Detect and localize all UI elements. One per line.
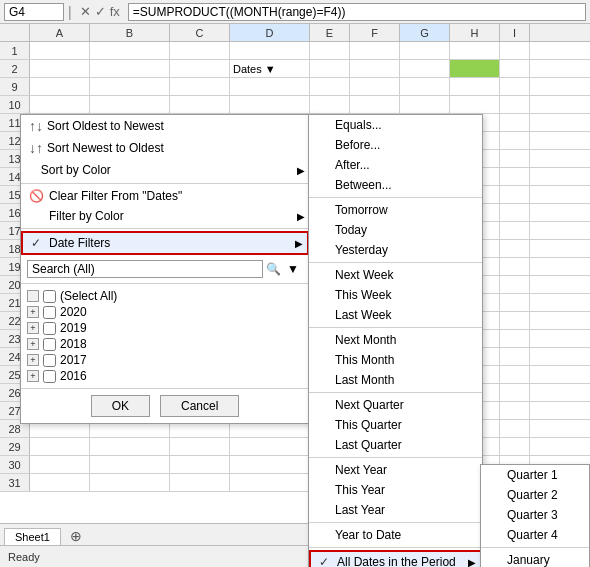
- df-this-week[interactable]: This Week: [309, 285, 482, 305]
- df-this-month[interactable]: This Month: [309, 350, 482, 370]
- df-tomorrow-label: Tomorrow: [335, 203, 388, 217]
- confirm-icon[interactable]: ✓: [95, 4, 106, 19]
- cell-e1[interactable]: [310, 42, 350, 59]
- cancel-button[interactable]: Cancel: [160, 395, 239, 417]
- cell-d2[interactable]: Dates ▼: [230, 60, 310, 77]
- period-january[interactable]: January: [481, 550, 589, 567]
- df-this-year[interactable]: This Year: [309, 480, 482, 500]
- expand-2016-icon[interactable]: +: [27, 370, 39, 382]
- cell-e2[interactable]: [310, 60, 350, 77]
- cell-a2[interactable]: [30, 60, 90, 77]
- period-q4[interactable]: Quarter 4: [481, 525, 589, 545]
- period-q2[interactable]: Quarter 2: [481, 485, 589, 505]
- checkbox-2016-check[interactable]: [43, 370, 56, 383]
- formula-input[interactable]: =SUMPRODUCT((MONTH(range)=F4)): [128, 3, 586, 21]
- checkbox-2020[interactable]: + 2020: [27, 304, 303, 320]
- checkbox-2016[interactable]: + 2016: [27, 368, 303, 384]
- expand-2018-icon[interactable]: +: [27, 338, 39, 350]
- df-last-week-check: [317, 308, 331, 322]
- df-next-year[interactable]: Next Year: [309, 460, 482, 480]
- sheet1-tab[interactable]: Sheet1: [4, 528, 61, 545]
- cell-g2[interactable]: [400, 60, 450, 77]
- df-this-quarter-label: This Quarter: [335, 418, 402, 432]
- cell-b9[interactable]: [90, 78, 170, 95]
- df-next-quarter[interactable]: Next Quarter: [309, 395, 482, 415]
- expand-2020-icon[interactable]: +: [27, 306, 39, 318]
- df-today-check: [317, 223, 331, 237]
- cell-i2[interactable]: [500, 60, 530, 77]
- date-filters-label: Date Filters: [49, 236, 110, 250]
- df-this-quarter[interactable]: This Quarter: [309, 415, 482, 435]
- row-num-header: [0, 24, 30, 41]
- period-q3[interactable]: Quarter 3: [481, 505, 589, 525]
- cell-c9[interactable]: [170, 78, 230, 95]
- df-last-quarter[interactable]: Last Quarter: [309, 435, 482, 455]
- sort-oldest-newest[interactable]: ↑↓ Sort Oldest to Newest: [21, 115, 309, 137]
- filter-panel: ↑↓ Sort Oldest to Newest ↓↑ Sort Newest …: [20, 114, 310, 424]
- cell-a9[interactable]: [30, 78, 90, 95]
- checkbox-2017-check[interactable]: [43, 354, 56, 367]
- df-year-to-date-label: Year to Date: [335, 528, 401, 542]
- name-box[interactable]: G4: [4, 3, 64, 21]
- df-after[interactable]: After...: [309, 155, 482, 175]
- period-q1[interactable]: Quarter 1: [481, 465, 589, 485]
- checkbox-select-all[interactable]: (Select All): [27, 288, 303, 304]
- df-tomorrow[interactable]: Tomorrow: [309, 200, 482, 220]
- search-input[interactable]: [27, 260, 263, 278]
- cell-f9[interactable]: [350, 78, 400, 95]
- cell-c2[interactable]: [170, 60, 230, 77]
- cell-c1[interactable]: [170, 42, 230, 59]
- df-last-year[interactable]: Last Year: [309, 500, 482, 520]
- df-today[interactable]: Today: [309, 220, 482, 240]
- df-yesterday[interactable]: Yesterday: [309, 240, 482, 260]
- sort-by-color[interactable]: Sort by Color ▶: [21, 159, 309, 181]
- search-icon[interactable]: 🔍: [263, 259, 283, 279]
- cell-f2[interactable]: [350, 60, 400, 77]
- df-all-dates[interactable]: ✓ All Dates in the Period ▶: [309, 550, 482, 567]
- df-last-week[interactable]: Last Week: [309, 305, 482, 325]
- add-sheet-button[interactable]: ⊕: [67, 527, 85, 545]
- df-year-to-date[interactable]: Year to Date: [309, 525, 482, 545]
- df-between[interactable]: Between...: [309, 175, 482, 195]
- df-next-month[interactable]: Next Month: [309, 330, 482, 350]
- filter-by-color[interactable]: Filter by Color ▶: [21, 206, 309, 226]
- df-before[interactable]: Before...: [309, 135, 482, 155]
- insert-function-icon[interactable]: fx: [110, 4, 120, 19]
- df-last-year-label: Last Year: [335, 503, 385, 517]
- cell-h1[interactable]: [450, 42, 500, 59]
- expand-2017-icon[interactable]: +: [27, 354, 39, 366]
- cell-e9[interactable]: [310, 78, 350, 95]
- cell-a1[interactable]: [30, 42, 90, 59]
- df-next-week[interactable]: Next Week: [309, 265, 482, 285]
- sort-newest-oldest[interactable]: ↓↑ Sort Newest to Oldest: [21, 137, 309, 159]
- checkbox-2017[interactable]: + 2017: [27, 352, 303, 368]
- df-div3: [309, 327, 482, 328]
- cell-h2[interactable]: [450, 60, 500, 77]
- expand-all-icon[interactable]: [27, 290, 39, 302]
- df-equals[interactable]: Equals...: [309, 115, 482, 135]
- checkbox-2019[interactable]: + 2019: [27, 320, 303, 336]
- cell-d9[interactable]: [230, 78, 310, 95]
- date-filters-item[interactable]: ✓ Date Filters ▶: [21, 231, 309, 255]
- expand-2019-icon[interactable]: +: [27, 322, 39, 334]
- cell-g1[interactable]: [400, 42, 450, 59]
- df-all-dates-arrow: ▶: [468, 557, 476, 568]
- checkbox-2020-check[interactable]: [43, 306, 56, 319]
- checkbox-2018[interactable]: + 2018: [27, 336, 303, 352]
- ok-button[interactable]: OK: [91, 395, 150, 417]
- checkbox-2018-check[interactable]: [43, 338, 56, 351]
- checkbox-2019-check[interactable]: [43, 322, 56, 335]
- cell-b2[interactable]: [90, 60, 170, 77]
- cell-b1[interactable]: [90, 42, 170, 59]
- checkbox-all[interactable]: [43, 290, 56, 303]
- search-dropdown-icon[interactable]: ▼: [283, 259, 303, 279]
- cell-h9[interactable]: [450, 78, 500, 95]
- df-last-month[interactable]: Last Month: [309, 370, 482, 390]
- cell-f1[interactable]: [350, 42, 400, 59]
- cell-i1[interactable]: [500, 42, 530, 59]
- cell-g9[interactable]: [400, 78, 450, 95]
- cancel-icon[interactable]: ✕: [80, 4, 91, 19]
- df-next-month-check: [317, 333, 331, 347]
- clear-filter[interactable]: 🚫 Clear Filter From "Dates": [21, 186, 309, 206]
- cell-d1[interactable]: [230, 42, 310, 59]
